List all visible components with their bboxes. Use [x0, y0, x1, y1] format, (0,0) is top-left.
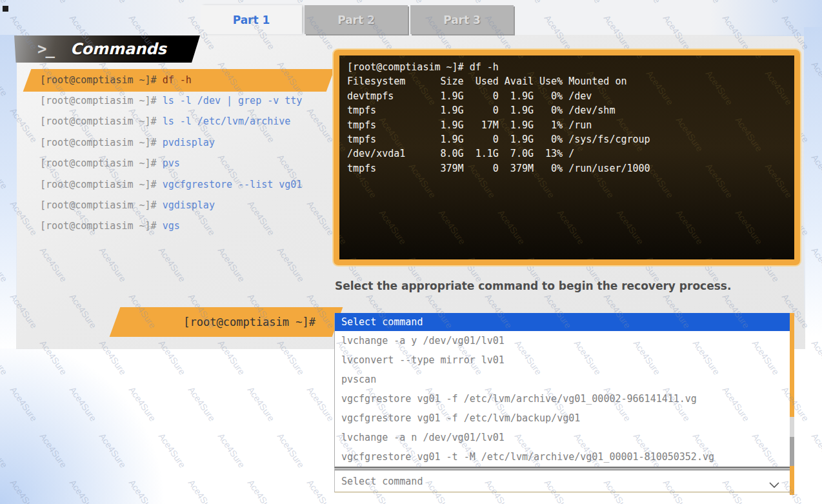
terminal-prompt-icon: >_	[37, 40, 54, 58]
shell-prompt: [root@comptiasim ~]#	[40, 95, 163, 106]
watermark-text: Ace4Sure	[68, 385, 99, 423]
command-history-item[interactable]: [root@comptiasim ~]# ls -l /etc/lvm/arch…	[40, 111, 290, 132]
command-history-item[interactable]: [root@comptiasim ~]# pvs	[40, 153, 180, 174]
watermark-text: Ace4Sure	[348, 254, 379, 265]
dropdown-highlighted-option[interactable]: Select command	[335, 313, 790, 331]
instruction-text: Select the appropriate command to begin …	[335, 279, 799, 292]
watermark-text: Ace4Sure	[8, 385, 39, 423]
shell-prompt: [root@comptiasim ~]#	[40, 179, 163, 190]
chevron-down-icon	[769, 479, 779, 491]
watermark-text: Ace4Sure	[704, 254, 735, 265]
watermark-text: Ace4Sure	[810, 152, 822, 191]
dropdown-option[interactable]: vgcfgrestore vg01 -f /etc/lvm/backup/vg0…	[335, 408, 790, 428]
dropdown-option[interactable]: vgcfgrestore vg01 -f /etc/lvm/archive/vg…	[335, 389, 790, 408]
tab-part-3[interactable]: Part 3	[410, 5, 514, 34]
watermark-text: Ace4Sure	[97, 431, 128, 470]
edge-tint-right	[804, 27, 822, 337]
command-text: ls -l /dev | grep -v tty	[163, 95, 303, 106]
watermark-text: Ace4Sure	[615, 208, 646, 247]
command-text: vgdisplay	[163, 199, 215, 211]
dropdown-option[interactable]: vgcfgrestore vg01 -t -M /etc/lvm/archive…	[335, 447, 790, 467]
edge-tint-left	[0, 35, 17, 352]
command-text: pvs	[163, 157, 180, 169]
command-history-item[interactable]: [root@comptiasim ~]# vgcfgrestore --list…	[40, 174, 302, 195]
watermark-text: Ace4Sure	[0, 152, 10, 191]
watermark-text: Ace4Sure	[157, 431, 188, 470]
watermark-text: Ace4Sure	[466, 254, 497, 265]
shell-prompt: [root@comptiasim ~]#	[40, 137, 163, 148]
watermark-text: Ace4Sure	[674, 208, 705, 247]
watermark-text: Ace4Sure	[186, 478, 217, 504]
watermark-text: Ace4Sure	[68, 478, 99, 504]
command-text: df -h	[163, 74, 192, 86]
watermark-text: Ace4Sure	[246, 478, 277, 504]
command-select-collapsed[interactable]: Select command	[334, 469, 790, 492]
command-dropdown-list: Select command lvchange -a y /dev/vg01/l…	[334, 313, 790, 469]
prompt-banner-text: [root@comptiasim ~]#	[115, 307, 337, 337]
tab-part-1[interactable]: Part 1	[201, 5, 302, 34]
watermark-text: Ace4Sure	[276, 431, 306, 470]
tab-part-2[interactable]: Part 2	[305, 5, 408, 34]
dropdown-option[interactable]: pvscan	[335, 370, 790, 389]
command-text: vgcfgrestore --list vg01	[163, 179, 303, 190]
watermark-text: Ace4Sure	[763, 254, 794, 265]
watermark-text: Ace4Sure	[305, 385, 336, 423]
edge-tint-bottom-left	[0, 348, 168, 504]
watermark-text: Ace4Sure	[556, 208, 586, 247]
command-history-item[interactable]: [root@comptiasim ~]# pvdisplay	[40, 132, 215, 153]
dropdown-option[interactable]: lvchange -a n /dev/vg01/lv01	[335, 428, 790, 447]
watermark-text: Ace4Sure	[0, 59, 10, 98]
watermark-text: Ace4Sure	[645, 254, 676, 265]
watermark-text: Ace4Sure	[334, 208, 349, 247]
prompt-banner: [root@comptiasim ~]#	[110, 307, 343, 337]
watermark-text: Ace4Sure	[793, 208, 800, 247]
watermark-text: Ace4Sure	[437, 208, 468, 247]
command-history-item[interactable]: [root@comptiasim ~]# df -h	[40, 69, 192, 90]
watermark-text: Ace4Sure	[407, 254, 438, 265]
command-history-item[interactable]: [root@comptiasim ~]# vgdisplay	[40, 194, 215, 216]
shell-prompt: [root@comptiasim ~]#	[40, 116, 163, 127]
command-history-item[interactable]: [root@comptiasim ~]# vgs	[40, 216, 180, 237]
commands-banner: >_ Commands	[14, 35, 200, 63]
corner-square-mark	[3, 6, 8, 12]
dropdown-options: lvchange -a y /dev/vg01/lv01lvconvert --…	[335, 331, 790, 467]
watermark-text: Ace4Sure	[585, 254, 616, 265]
watermark-text: Ace4Sure	[246, 385, 277, 423]
watermark-text: Ace4Sure	[734, 208, 765, 247]
exam-simulation-page: Part 1Part 2Part 3 >_ Commands [root@com…	[0, 0, 822, 504]
shell-prompt: [root@comptiasim ~]#	[40, 157, 163, 169]
watermark-text: Ace4Sure	[186, 385, 217, 423]
watermark-text: Ace4Sure	[810, 338, 822, 377]
terminal-output: [root@comptiasim ~]# df -h Filesystem Si…	[339, 55, 794, 180]
dropdown-option[interactable]: lvchange -a y /dev/vg01/lv01	[335, 331, 790, 350]
command-text: vgs	[163, 220, 180, 232]
command-text: pvdisplay	[163, 137, 215, 148]
commands-title: Commands	[70, 40, 166, 58]
watermark-text: Ace4Sure	[8, 478, 39, 504]
watermark-text: Ace4Sure	[216, 431, 247, 470]
watermark-text: Ace4Sure	[810, 431, 822, 470]
terminal-window: Ace4SureAce4SureAce4SureAce4SureAce4Sure…	[334, 50, 800, 265]
command-history-item[interactable]: [root@comptiasim ~]# ls -l /dev | grep -…	[40, 90, 302, 111]
watermark-text: Ace4Sure	[0, 431, 10, 470]
watermark-text: Ace4Sure	[810, 245, 822, 284]
watermark-text: Ace4Sure	[526, 254, 557, 265]
select-value: Select command	[335, 476, 423, 487]
watermark-text: Ace4Sure	[377, 208, 408, 247]
command-text: ls -l /etc/lvm/archive	[163, 116, 291, 127]
watermark-text: Ace4Sure	[0, 338, 10, 377]
watermark-text: Ace4Sure	[0, 245, 10, 284]
dropdown-option[interactable]: lvconvert --type mirror lv01	[335, 350, 790, 370]
dropdown-scrollbar[interactable]	[790, 313, 794, 495]
watermark-text: Ace4Sure	[38, 431, 69, 470]
watermark-text: Ace4Sure	[305, 478, 336, 504]
shell-prompt: [root@comptiasim ~]#	[40, 74, 163, 86]
watermark-text: Ace4Sure	[127, 478, 158, 504]
shell-prompt: [root@comptiasim ~]#	[40, 220, 163, 232]
watermark-text: Ace4Sure	[810, 59, 822, 98]
watermark-text: Ace4Sure	[496, 208, 527, 247]
shell-prompt: [root@comptiasim ~]#	[40, 199, 163, 211]
watermark-text: Ace4Sure	[127, 385, 158, 423]
